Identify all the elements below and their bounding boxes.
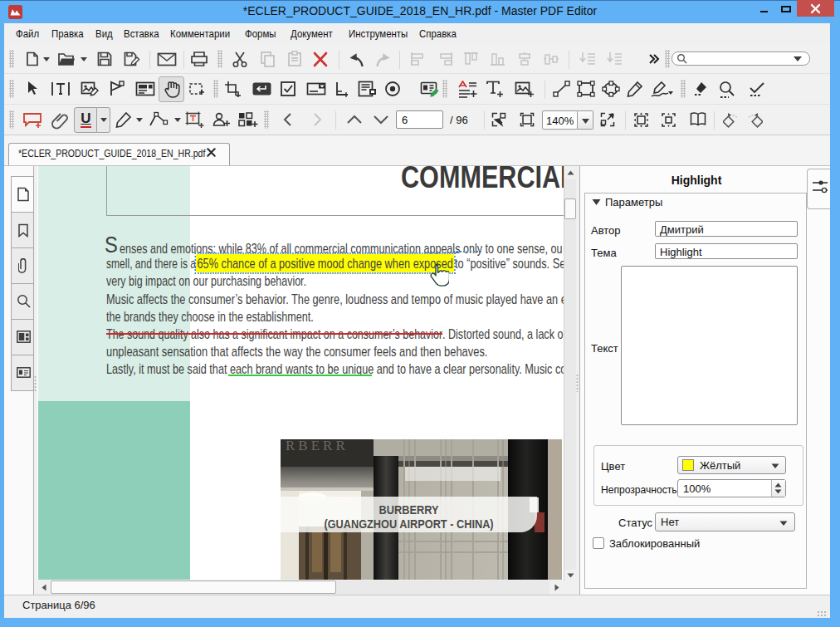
svg-text:RBERR: RBERR — [286, 439, 349, 453]
